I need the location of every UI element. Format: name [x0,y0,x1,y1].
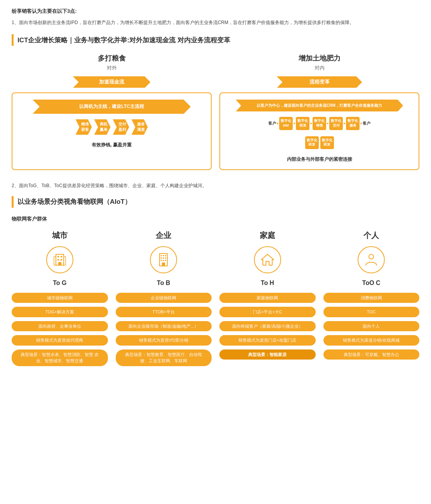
ict-left-small-arrows: 精准获客 商机赢单 交付盈利 服务满意 [76,119,148,135]
iot-personal-icon [358,246,385,273]
iot-grid: 城市 To G 城市级物联网 TOG+解决方案 面向政府、企事业单位 销售模式为… [12,230,419,366]
ict-left-main-arrow: 以商机为主线，建设LTC主流程 [33,99,191,114]
iot-enterprise-tag4: 销售模式为直营/代理/分销 [116,335,212,346]
ict-left-title: 多打粮食 [98,54,126,63]
iot-personal-tag4: 销售模式为渠道分销/在线商城 [323,335,420,346]
ict-right-bottom: 内部业务与外部客户的紧密连接 [287,156,352,163]
iot-col-home: 家庭 To H 家庭物联网 门店+平台+大C 面向终端客户（家庭/高端/小微企业… [219,230,316,366]
intro-para2: 2、面向ToG、ToB、ToC提供差异化经营策略，围绕城市、企业、家庭、个人构建… [12,182,419,189]
svg-rect-13 [163,257,164,259]
ict-left-bottom: 有效挣钱, 赢盈并重 [92,142,132,148]
svg-point-20 [369,254,374,259]
svg-rect-6 [54,257,56,265]
svg-rect-1 [57,256,59,257]
iot-personal-tag5: 典型场景：可穿戴、智慧办公 [323,349,420,360]
small-arrow-4: 服务满意 [132,119,148,135]
aiot-section: 物联网客户群体 城市 To G 城市级物联网 TOG+解决方案 面向政府 [12,216,419,366]
ict-right-subtitle: 对内 [315,64,325,71]
dot-3 [310,123,312,124]
iot-enterprise-type: To B [157,280,170,287]
iot-col-personal: 个人 ToO C 消费物联网 TOC 面向个人 销售模式为渠道分销/在线商城 典… [323,230,420,366]
node-service: 数字化服务 [346,117,360,130]
small-arrow-3: 交付盈利 [113,119,129,135]
ict-left-box: 以商机为主线，建设LTC主流程 精准获客 商机赢单 交付盈利 服务满意 有效挣钱… [12,92,212,170]
svg-rect-16 [163,260,164,261]
iot-customer-label: 物联网客户群体 [12,216,419,222]
svg-rect-3 [57,259,59,261]
ict-diagram: 多打粮食 对外 加速现金流 以商机为主线，建设LTC主流程 精准获客 商机赢单 … [12,54,419,170]
svg-rect-5 [58,262,61,265]
svg-rect-17 [165,260,166,261]
office-icon [156,253,170,267]
node-label-left: 客户 [268,121,276,126]
svg-rect-10 [163,255,164,256]
svg-rect-7 [64,257,66,265]
title-bar [12,34,14,46]
aiot-title-bar [12,196,14,208]
node-label-right: 客户 [363,121,370,126]
ict-left-subtitle: 对外 [107,64,117,71]
small-arrow-2: 商机赢单 [94,119,111,135]
iot-enterprise-tag1: 企业级物联网 [116,293,212,303]
svg-rect-11 [165,255,166,256]
iot-enterprise-tag2: TTOB+平台 [116,307,212,317]
iot-home-type: To H [261,280,274,287]
dot-6 [360,123,362,124]
svg-marker-19 [261,254,274,265]
dot-2 [294,123,295,124]
svg-rect-18 [162,262,165,266]
iot-enterprise-tag5: 典型场景：智慧教育、智慧医疗、自动驾驶、工业互联网、车联网 [116,349,212,366]
person-icon [364,253,378,267]
iot-personal-title: 个人 [363,230,379,241]
iot-city-tag5: 典型场景：智慧水表、智慧消防、智慧 农业、智慧城市、智慧交通 [12,349,108,366]
iot-personal-tag3: 面向个人 [323,321,420,332]
node-rd3: 数字化研发 [320,136,334,149]
aiot-section-title: 以业务场景分类视角看物联网（AIoT） [12,196,419,208]
ict-right-sub-nodes: 数字化研发 数字化研发 [305,136,334,149]
iot-enterprise-icon [150,246,177,273]
iot-home-tag4: 销售模式为直营门店+加盟门店 [219,335,316,346]
iot-city-type: To G [53,280,66,287]
iot-home-tag2: 门店+平台+大C [219,307,316,317]
node-delivery: 数字化交付 [329,117,343,130]
iot-city-icon [46,246,73,273]
node-rd2: 数字化研发 [305,136,319,149]
svg-rect-12 [161,257,162,259]
iot-city-tag3: 面向政府、企事业单位 [12,321,108,332]
svg-rect-14 [165,257,166,259]
iot-enterprise-title: 企业 [156,230,171,241]
iot-home-tag1: 家庭物联网 [219,293,316,303]
svg-rect-2 [61,256,62,257]
dot-4 [327,123,328,124]
svg-rect-9 [161,255,162,256]
dot-1 [277,123,278,124]
aiot-title-text: 以业务场景分类视角看物联网（AIoT） [17,197,131,206]
iot-city-tag4: 销售模式为直营或代理商 [12,335,108,346]
small-arrow-1: 精准获客 [76,119,92,135]
svg-rect-15 [161,260,162,261]
intro-para1: 1、面向市场创新的主业务流IPD，旨在打磨产品力，为增长不断提升土地肥力，面向客… [12,19,419,26]
ict-right-box: 以客户为中心，建设面向客户的主业务流CRM，打磨客户全价值服务能力 客户 数字化… [219,92,419,170]
node-sales: 数字化销售 [313,117,326,130]
ict-right-title: 增加土地肥力 [299,54,341,63]
iot-enterprise-tag3: 面向企业级市场（制造/金融/地产...） [116,321,212,332]
ict-right-nodes: 客户 数字化MM 数字化研发 数字化销售 数字化交付 数字化服务 客户 [268,117,370,130]
node-rd1: 数字化研发 [296,117,309,130]
iot-city-title: 城市 [52,230,68,241]
iot-city-tag2: TOG+解决方案 [12,307,108,317]
ict-right-main-arrow: 以客户为中心，建设面向客户的主业务流CRM，打磨客户全价值服务能力 [236,99,403,111]
iot-home-tag3: 面向终端客户（家庭/高端/小微企业） [219,321,316,332]
iot-personal-type: ToO C [362,280,381,287]
dot-5 [344,123,345,124]
iot-home-title: 家庭 [260,230,275,241]
iot-home-tag5: 典型场景：智能家居 [219,349,316,360]
iot-col-city: 城市 To G 城市级物联网 TOG+解决方案 面向政府、企事业单位 销售模式为… [12,230,108,366]
building-icon [53,253,67,267]
ict-left-column: 多打粮食 对外 加速现金流 以商机为主线，建设LTC主流程 精准获客 商机赢单 … [12,54,212,170]
svg-rect-4 [61,259,62,261]
ict-left-banner: 加速现金流 [73,76,151,88]
iot-personal-tag2: TOC [323,307,420,317]
iot-personal-tag1: 消费物联网 [323,293,420,303]
iot-city-tag1: 城市级物联网 [12,293,108,303]
intro-bold: 纷享销客认为主要在以下3点: [12,8,419,15]
